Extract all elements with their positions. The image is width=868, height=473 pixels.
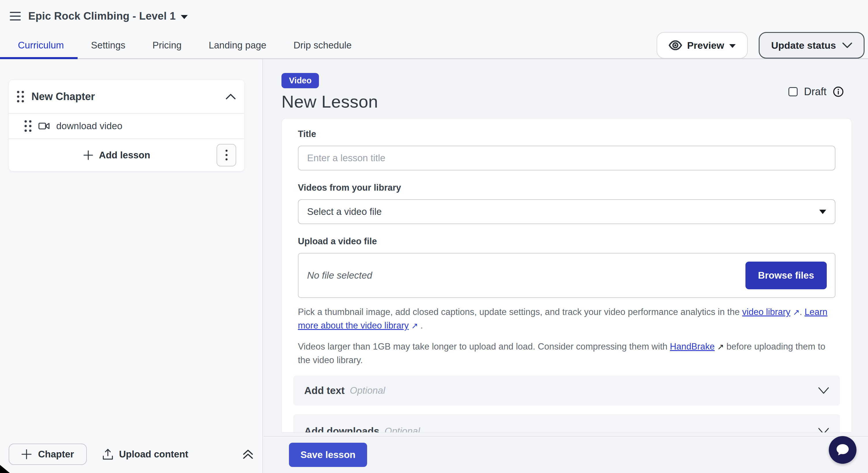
tab-bar: Curriculum Settings Pricing Landing page… bbox=[0, 32, 868, 59]
double-chevron-up-icon bbox=[242, 448, 254, 460]
course-title[interactable]: Epic Rock Climbing - Level 1 bbox=[28, 10, 176, 22]
add-chapter-label: Chapter bbox=[38, 449, 74, 460]
chat-bubble-icon bbox=[835, 443, 850, 457]
preview-button[interactable]: Preview bbox=[657, 32, 748, 59]
hamburger-menu-icon[interactable] bbox=[9, 9, 22, 23]
collapse-sidebar-button[interactable] bbox=[242, 448, 254, 460]
lesson-row[interactable]: download video bbox=[9, 113, 244, 138]
add-downloads-label: Add downloads bbox=[304, 425, 379, 433]
library-field-label: Videos from your library bbox=[298, 183, 835, 193]
lesson-form-card: Title Videos from your library Select a … bbox=[281, 118, 852, 433]
title-field-label: Title bbox=[298, 129, 835, 139]
eye-icon bbox=[669, 40, 682, 50]
add-downloads-optional: Optional bbox=[385, 426, 420, 433]
course-dropdown-caret-icon[interactable] bbox=[181, 15, 188, 19]
add-text-section[interactable]: Add text Optional bbox=[293, 376, 840, 406]
external-link-icon: ↗ bbox=[717, 342, 724, 351]
add-lesson-button[interactable]: Add lesson bbox=[17, 139, 217, 171]
form-footer: Save lesson bbox=[264, 436, 868, 473]
draft-toggle-group: Draft bbox=[788, 86, 844, 98]
update-status-button[interactable]: Update status bbox=[759, 32, 865, 59]
plus-icon bbox=[83, 150, 93, 160]
upload-field-label: Upload a video file bbox=[298, 236, 835, 247]
draft-checkbox[interactable] bbox=[788, 87, 798, 96]
add-downloads-section[interactable]: Add downloads Optional bbox=[293, 414, 840, 433]
tab-drip-schedule[interactable]: Drip schedule bbox=[280, 32, 365, 58]
lesson-title-input[interactable] bbox=[298, 146, 835, 170]
preview-caret-icon bbox=[729, 44, 736, 48]
tab-curriculum[interactable]: Curriculum bbox=[0, 32, 78, 58]
chevron-up-icon[interactable] bbox=[226, 93, 236, 100]
lesson-header: Video New Lesson bbox=[281, 73, 852, 112]
video-library-help-text: Pick a thumbnail image, add closed capti… bbox=[298, 306, 835, 333]
chat-widget-button[interactable] bbox=[829, 436, 857, 464]
video-library-select-value: Select a video file bbox=[307, 206, 382, 217]
update-status-label: Update status bbox=[771, 40, 836, 51]
no-file-text: No file selected bbox=[307, 270, 372, 281]
save-lesson-button[interactable]: Save lesson bbox=[289, 443, 367, 467]
drag-handle-icon[interactable] bbox=[17, 91, 24, 102]
chapter-kebab-menu-button[interactable] bbox=[217, 144, 236, 166]
add-text-optional: Optional bbox=[350, 385, 385, 396]
add-text-label: Add text bbox=[304, 385, 345, 396]
help1-text: . bbox=[800, 307, 805, 317]
video-library-select[interactable]: Select a video file bbox=[298, 199, 835, 224]
tab-settings[interactable]: Settings bbox=[78, 32, 139, 58]
video-camera-icon bbox=[38, 122, 50, 130]
chapter-title: New Chapter bbox=[31, 91, 226, 103]
preview-label: Preview bbox=[687, 40, 724, 51]
external-link-icon: ↗ bbox=[411, 321, 418, 330]
chevron-down-icon bbox=[818, 387, 829, 394]
help1-text: . bbox=[418, 320, 423, 330]
upload-content-label: Upload content bbox=[119, 449, 188, 460]
file-size-help-text: Videos larger than 1GB may take longer t… bbox=[298, 340, 835, 367]
handbrake-link[interactable]: HandBrake bbox=[670, 342, 715, 352]
lesson-page-title: New Lesson bbox=[281, 92, 852, 112]
lesson-editor-pane: Video New Lesson Draft Title Videos from… bbox=[264, 59, 868, 473]
chevron-down-icon bbox=[818, 428, 829, 433]
chapter-header[interactable]: New Chapter bbox=[9, 80, 244, 113]
help1-text: Pick a thumbnail image, add closed capti… bbox=[298, 307, 742, 317]
add-lesson-row: Add lesson bbox=[9, 138, 244, 171]
tab-landing-page[interactable]: Landing page bbox=[195, 32, 280, 58]
tab-pricing[interactable]: Pricing bbox=[139, 32, 195, 58]
info-icon[interactable] bbox=[833, 86, 844, 97]
kebab-icon bbox=[225, 150, 227, 160]
external-link-icon: ↗ bbox=[793, 308, 799, 317]
lesson-title: download video bbox=[56, 121, 122, 131]
video-upload-dropzone[interactable]: No file selected Browse files bbox=[298, 253, 835, 298]
plus-icon bbox=[21, 449, 32, 460]
sidebar-footer: Chapter Upload content bbox=[0, 436, 262, 473]
top-bar: Epic Rock Climbing - Level 1 bbox=[0, 0, 868, 32]
upload-icon bbox=[102, 448, 113, 460]
drag-handle-icon[interactable] bbox=[25, 120, 31, 132]
browse-files-button[interactable]: Browse files bbox=[745, 261, 827, 289]
draft-label: Draft bbox=[804, 86, 827, 98]
tab-actions: Preview Update status bbox=[657, 32, 868, 59]
lesson-type-badge: Video bbox=[281, 73, 319, 88]
upload-content-button[interactable]: Upload content bbox=[102, 448, 188, 460]
add-lesson-label: Add lesson bbox=[99, 150, 150, 161]
video-library-link[interactable]: video library bbox=[742, 307, 790, 317]
select-caret-icon bbox=[819, 210, 826, 214]
curriculum-sidebar: New Chapter download video Add lesson Ch… bbox=[0, 59, 263, 473]
add-chapter-button[interactable]: Chapter bbox=[9, 444, 87, 465]
chevron-down-icon bbox=[842, 42, 852, 49]
help2-text: Videos larger than 1GB may take longer t… bbox=[298, 342, 670, 352]
chapter-card: New Chapter download video Add lesson bbox=[9, 80, 245, 171]
